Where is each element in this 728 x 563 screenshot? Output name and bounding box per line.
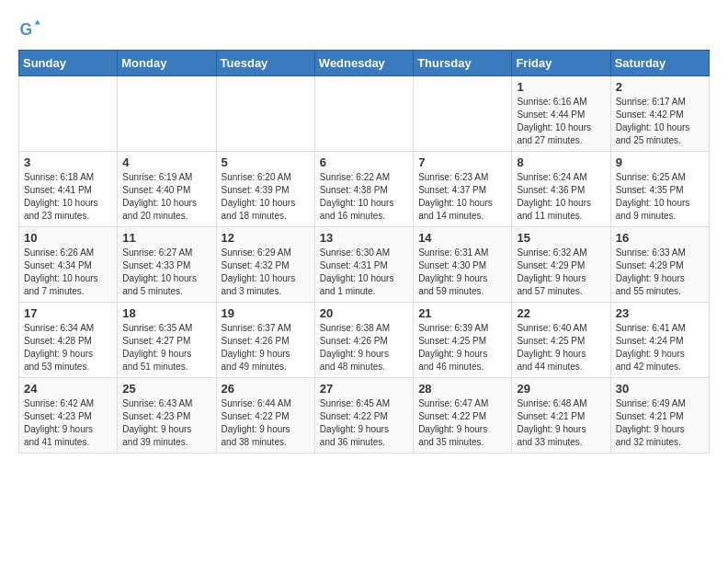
day-number: 28 bbox=[418, 382, 506, 396]
day-number: 2 bbox=[616, 80, 704, 94]
calendar-table: SundayMondayTuesdayWednesdayThursdayFrid… bbox=[18, 50, 710, 454]
day-cell: 22Sunrise: 6:40 AM Sunset: 4:25 PM Dayli… bbox=[512, 303, 610, 378]
day-number: 7 bbox=[418, 155, 506, 169]
day-cell: 25Sunrise: 6:43 AM Sunset: 4:23 PM Dayli… bbox=[118, 378, 216, 454]
day-number: 12 bbox=[222, 231, 310, 245]
day-info: Sunrise: 6:43 AM Sunset: 4:23 PM Dayligh… bbox=[122, 397, 210, 449]
day-number: 27 bbox=[320, 382, 408, 396]
day-info: Sunrise: 6:25 AM Sunset: 4:35 PM Dayligh… bbox=[616, 171, 704, 223]
weekday-header-sunday: Sunday bbox=[19, 51, 118, 76]
svg-text:G: G bbox=[20, 20, 33, 39]
day-number: 17 bbox=[24, 306, 112, 320]
day-cell: 6Sunrise: 6:22 AM Sunset: 4:38 PM Daylig… bbox=[314, 152, 413, 227]
day-number: 23 bbox=[616, 306, 704, 320]
day-number: 9 bbox=[616, 155, 704, 169]
weekday-header-monday: Monday bbox=[118, 51, 216, 76]
day-cell: 20Sunrise: 6:38 AM Sunset: 4:26 PM Dayli… bbox=[314, 303, 413, 378]
day-cell: 15Sunrise: 6:32 AM Sunset: 4:29 PM Dayli… bbox=[512, 227, 610, 303]
week-row-1: 1Sunrise: 6:16 AM Sunset: 4:44 PM Daylig… bbox=[19, 76, 710, 152]
day-number: 11 bbox=[122, 231, 210, 245]
day-cell: 13Sunrise: 6:30 AM Sunset: 4:31 PM Dayli… bbox=[314, 227, 413, 303]
day-cell: 30Sunrise: 6:49 AM Sunset: 4:21 PM Dayli… bbox=[610, 378, 709, 454]
day-number: 20 bbox=[320, 306, 408, 320]
day-number: 16 bbox=[616, 231, 704, 245]
svg-marker-1 bbox=[35, 20, 40, 25]
day-cell: 2Sunrise: 6:17 AM Sunset: 4:42 PM Daylig… bbox=[610, 76, 709, 152]
day-cell bbox=[19, 76, 118, 152]
week-row-5: 24Sunrise: 6:42 AM Sunset: 4:23 PM Dayli… bbox=[19, 378, 710, 454]
day-cell: 18Sunrise: 6:35 AM Sunset: 4:27 PM Dayli… bbox=[118, 303, 216, 378]
day-info: Sunrise: 6:33 AM Sunset: 4:29 PM Dayligh… bbox=[616, 247, 704, 298]
day-info: Sunrise: 6:34 AM Sunset: 4:28 PM Dayligh… bbox=[24, 322, 112, 373]
day-number: 1 bbox=[517, 80, 605, 94]
day-cell: 5Sunrise: 6:20 AM Sunset: 4:39 PM Daylig… bbox=[216, 152, 314, 227]
day-cell bbox=[118, 76, 216, 152]
day-info: Sunrise: 6:29 AM Sunset: 4:32 PM Dayligh… bbox=[222, 247, 310, 298]
day-info: Sunrise: 6:31 AM Sunset: 4:30 PM Dayligh… bbox=[418, 247, 506, 298]
day-info: Sunrise: 6:18 AM Sunset: 4:41 PM Dayligh… bbox=[24, 171, 112, 223]
day-info: Sunrise: 6:37 AM Sunset: 4:26 PM Dayligh… bbox=[222, 322, 310, 373]
day-number: 4 bbox=[122, 155, 210, 169]
day-number: 13 bbox=[320, 231, 408, 245]
day-cell: 19Sunrise: 6:37 AM Sunset: 4:26 PM Dayli… bbox=[216, 303, 314, 378]
day-info: Sunrise: 6:26 AM Sunset: 4:34 PM Dayligh… bbox=[24, 247, 112, 298]
day-number: 14 bbox=[418, 231, 506, 245]
weekday-header-row: SundayMondayTuesdayWednesdayThursdayFrid… bbox=[19, 51, 710, 76]
day-cell: 9Sunrise: 6:25 AM Sunset: 4:35 PM Daylig… bbox=[610, 152, 709, 227]
day-info: Sunrise: 6:42 AM Sunset: 4:23 PM Dayligh… bbox=[24, 397, 112, 449]
day-cell: 17Sunrise: 6:34 AM Sunset: 4:28 PM Dayli… bbox=[19, 303, 118, 378]
day-info: Sunrise: 6:20 AM Sunset: 4:39 PM Dayligh… bbox=[222, 171, 310, 223]
day-cell: 26Sunrise: 6:44 AM Sunset: 4:22 PM Dayli… bbox=[216, 378, 314, 454]
day-cell: 4Sunrise: 6:19 AM Sunset: 4:40 PM Daylig… bbox=[118, 152, 216, 227]
day-number: 30 bbox=[616, 382, 704, 396]
day-info: Sunrise: 6:35 AM Sunset: 4:27 PM Dayligh… bbox=[122, 322, 210, 373]
logo: G bbox=[18, 18, 44, 40]
day-number: 22 bbox=[517, 306, 605, 320]
day-cell: 27Sunrise: 6:45 AM Sunset: 4:22 PM Dayli… bbox=[314, 378, 413, 454]
day-cell: 28Sunrise: 6:47 AM Sunset: 4:22 PM Dayli… bbox=[414, 378, 512, 454]
day-info: Sunrise: 6:32 AM Sunset: 4:29 PM Dayligh… bbox=[517, 247, 605, 298]
weekday-header-saturday: Saturday bbox=[610, 51, 709, 76]
day-info: Sunrise: 6:38 AM Sunset: 4:26 PM Dayligh… bbox=[320, 322, 408, 373]
day-number: 21 bbox=[418, 306, 506, 320]
day-info: Sunrise: 6:16 AM Sunset: 4:44 PM Dayligh… bbox=[517, 96, 605, 147]
weekday-header-wednesday: Wednesday bbox=[314, 51, 413, 76]
weekday-header-thursday: Thursday bbox=[414, 51, 512, 76]
day-info: Sunrise: 6:40 AM Sunset: 4:25 PM Dayligh… bbox=[517, 322, 605, 373]
day-number: 6 bbox=[320, 155, 408, 169]
day-info: Sunrise: 6:45 AM Sunset: 4:22 PM Dayligh… bbox=[320, 397, 408, 449]
day-cell: 11Sunrise: 6:27 AM Sunset: 4:33 PM Dayli… bbox=[118, 227, 216, 303]
day-cell bbox=[216, 76, 314, 152]
day-number: 26 bbox=[222, 382, 310, 396]
day-info: Sunrise: 6:48 AM Sunset: 4:21 PM Dayligh… bbox=[517, 397, 605, 449]
week-row-4: 17Sunrise: 6:34 AM Sunset: 4:28 PM Dayli… bbox=[19, 303, 710, 378]
day-number: 10 bbox=[24, 231, 112, 245]
day-cell: 12Sunrise: 6:29 AM Sunset: 4:32 PM Dayli… bbox=[216, 227, 314, 303]
day-cell: 21Sunrise: 6:39 AM Sunset: 4:25 PM Dayli… bbox=[414, 303, 512, 378]
day-info: Sunrise: 6:23 AM Sunset: 4:37 PM Dayligh… bbox=[418, 171, 506, 223]
day-cell: 10Sunrise: 6:26 AM Sunset: 4:34 PM Dayli… bbox=[19, 227, 118, 303]
week-row-2: 3Sunrise: 6:18 AM Sunset: 4:41 PM Daylig… bbox=[19, 152, 710, 227]
day-info: Sunrise: 6:19 AM Sunset: 4:40 PM Dayligh… bbox=[122, 171, 210, 223]
day-info: Sunrise: 6:41 AM Sunset: 4:24 PM Dayligh… bbox=[616, 322, 704, 373]
day-number: 29 bbox=[517, 382, 605, 396]
logo-icon: G bbox=[18, 18, 40, 40]
week-row-3: 10Sunrise: 6:26 AM Sunset: 4:34 PM Dayli… bbox=[19, 227, 710, 303]
day-number: 15 bbox=[517, 231, 605, 245]
day-number: 5 bbox=[222, 155, 310, 169]
day-info: Sunrise: 6:17 AM Sunset: 4:42 PM Dayligh… bbox=[616, 96, 704, 147]
day-info: Sunrise: 6:24 AM Sunset: 4:36 PM Dayligh… bbox=[517, 171, 605, 223]
day-cell: 23Sunrise: 6:41 AM Sunset: 4:24 PM Dayli… bbox=[610, 303, 709, 378]
day-cell: 14Sunrise: 6:31 AM Sunset: 4:30 PM Dayli… bbox=[414, 227, 512, 303]
day-number: 24 bbox=[24, 382, 112, 396]
day-number: 19 bbox=[222, 306, 310, 320]
day-number: 25 bbox=[122, 382, 210, 396]
day-number: 3 bbox=[24, 155, 112, 169]
day-info: Sunrise: 6:44 AM Sunset: 4:22 PM Dayligh… bbox=[222, 397, 310, 449]
day-info: Sunrise: 6:22 AM Sunset: 4:38 PM Dayligh… bbox=[320, 171, 408, 223]
weekday-header-friday: Friday bbox=[512, 51, 610, 76]
day-cell: 16Sunrise: 6:33 AM Sunset: 4:29 PM Dayli… bbox=[610, 227, 709, 303]
page-header: G bbox=[18, 18, 710, 40]
day-info: Sunrise: 6:30 AM Sunset: 4:31 PM Dayligh… bbox=[320, 247, 408, 298]
day-info: Sunrise: 6:47 AM Sunset: 4:22 PM Dayligh… bbox=[418, 397, 506, 449]
